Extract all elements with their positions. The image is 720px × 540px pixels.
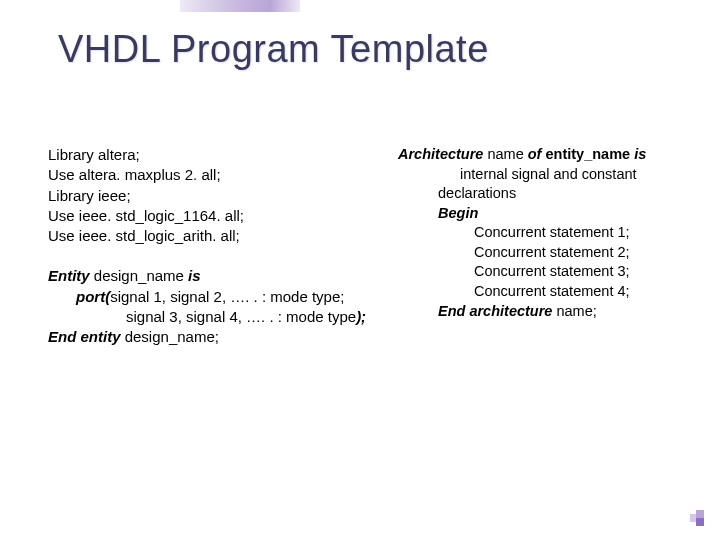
begin-keyword: Begin (398, 204, 698, 224)
library-block: Library altera; Use altera. maxplus 2. a… (48, 145, 398, 246)
lib-line: Use ieee. std_logic_arith. all; (48, 226, 398, 246)
lib-line: Use altera. maxplus 2. all; (48, 165, 398, 185)
entity-block: Entity design_name is port(signal 1, sig… (48, 266, 398, 347)
arch-name: name (483, 146, 527, 162)
end-arch-name: name; (552, 303, 596, 319)
decl-line-2: declarations (398, 184, 698, 204)
stmt-line: Concurrent statement 2; (398, 243, 698, 263)
port-line-1: port(signal 1, signal 2, …. . : mode typ… (48, 287, 398, 307)
architecture-decl-line: Architecture name of entity_name is (398, 145, 698, 165)
stmt-line: Concurrent statement 4; (398, 282, 698, 302)
end-architecture-keyword: End architecture (438, 303, 552, 319)
port-keyword: port( (76, 288, 110, 305)
end-arch-line: End architecture name; (398, 302, 698, 322)
content-area: Library altera; Use altera. maxplus 2. a… (48, 145, 700, 347)
port-signals-2: signal 3, signal 4, …. . : mode type (126, 308, 356, 325)
port-signals-1: signal 1, signal 2, …. . : mode type; (110, 288, 344, 305)
entity-keyword: Entity (48, 267, 90, 284)
slide-title: VHDL Program Template (58, 28, 489, 71)
stmt-line: Concurrent statement 1; (398, 223, 698, 243)
entity-name: design_name (90, 267, 188, 284)
lib-line: Use ieee. std_logic_1164. all; (48, 206, 398, 226)
left-column: Library altera; Use altera. maxplus 2. a… (48, 145, 398, 347)
of-keyword: of (528, 146, 542, 162)
arch-entity-name: entity_name (541, 146, 634, 162)
is-keyword: is (188, 267, 201, 284)
right-column: Architecture name of entity_name is inte… (398, 145, 698, 347)
architecture-keyword: Architecture (398, 146, 483, 162)
corner-decoration-icon (690, 510, 706, 526)
stmt-line: Concurrent statement 3; (398, 262, 698, 282)
decorative-bar (180, 0, 300, 12)
end-entity-keyword: End entity (48, 328, 121, 345)
decl-line-1: internal signal and constant (398, 165, 698, 185)
port-close: ); (356, 308, 366, 325)
lib-line: Library ieee; (48, 186, 398, 206)
entity-decl-line: Entity design_name is (48, 266, 398, 286)
is-keyword-2: is (634, 146, 646, 162)
end-entity-line: End entity design_name; (48, 327, 398, 347)
port-line-2: signal 3, signal 4, …. . : mode type); (48, 307, 398, 327)
lib-line: Library altera; (48, 145, 398, 165)
end-entity-name: design_name; (121, 328, 219, 345)
